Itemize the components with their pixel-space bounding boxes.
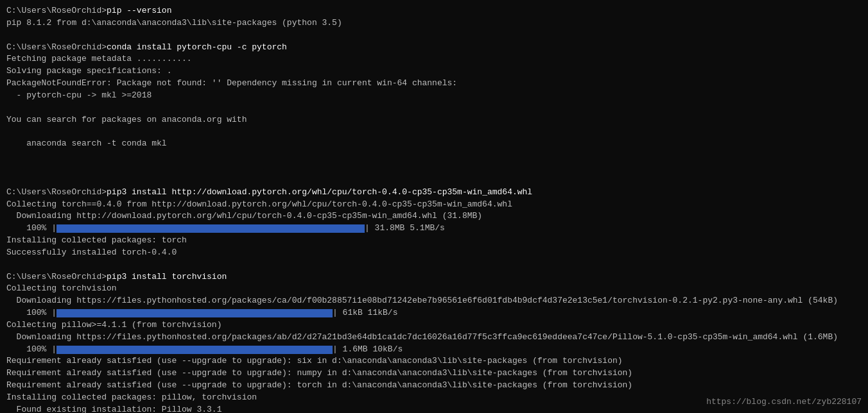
terminal-output: anaconda search -t conda mkl [6,138,862,150]
terminal-output: Requirement already satisfied (use --upg… [6,355,862,367]
terminal-output: Downloading https://files.pythonhosted.o… [6,295,862,307]
terminal-output: Fetching package metadata ........... [6,53,862,65]
terminal-content: C:\Users\RoseOrchid>pip --versionpip 8.1… [6,5,862,413]
terminal-output: Collecting torch==0.4.0 from http://down… [6,199,862,211]
terminal-output: Installing collected packages: torch [6,235,862,247]
progress-fill [56,309,333,317]
progress-bar-row: 100% || 61kB 11kB/s [6,307,862,319]
terminal-line: C:\Users\RoseOrchid>conda install pytorc… [6,42,862,54]
progress-fill [56,224,365,233]
terminal-output: Solving package specifications: . [6,65,862,78]
terminal-line: C:\Users\RoseOrchid>pip3 install http://… [6,187,862,199]
terminal-output: Downloading http://download.pytorch.org/… [6,210,862,223]
terminal-output: You can search for packages on anaconda.… [6,114,862,126]
terminal-output: Requirement already satisfied (use --upg… [6,380,862,392]
terminal-line: C:\Users\RoseOrchid>pip3 install torchvi… [6,271,862,283]
terminal-output: - pytorch-cpu -> mkl >=2018 [6,90,862,102]
terminal-output: pip 8.1.2 from d:\anaconda\anaconda3\lib… [6,17,862,30]
terminal-window: C:\Users\RoseOrchid>pip --versionpip 8.1… [0,0,868,413]
watermark: https://blog.csdn.net/zyb228107 [706,397,862,407]
terminal-output: Collecting torchvision [6,283,862,295]
terminal-output: Downloading https://files.pythonhosted.o… [6,332,862,344]
terminal-output: Collecting pillow>=4.1.1 (from torchvisi… [6,319,862,332]
terminal-output: Requirement already satisfied (use --upg… [6,367,862,380]
terminal-output: PackageNotFoundError: Package not found:… [6,78,862,90]
progress-fill [56,346,333,354]
terminal-output: Successfully installed torch-0.4.0 [6,247,862,259]
progress-bar-row: 100% || 1.6MB 10kB/s [6,344,862,356]
terminal-line: C:\Users\RoseOrchid>pip --version [6,5,862,17]
progress-bar-row: 100% || 31.8MB 5.1MB/s [6,223,862,235]
